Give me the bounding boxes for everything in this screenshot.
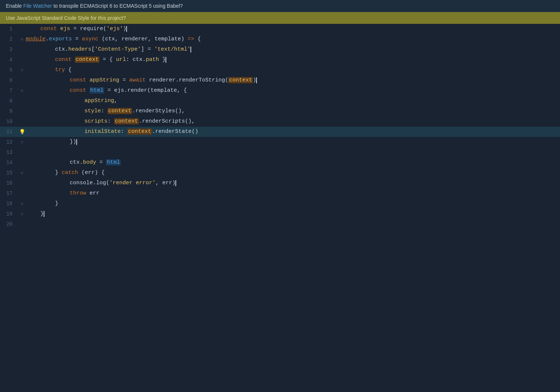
line-number-8: 8 bbox=[0, 98, 18, 104]
code-line-19: 19 ▽ } bbox=[0, 209, 560, 219]
line-number-2: 2 bbox=[0, 36, 18, 42]
code-line-1: 1 const ejs = require('ejs') bbox=[0, 24, 560, 34]
line-number-1: 1 bbox=[0, 26, 18, 32]
fold-gutter-7: ▽ bbox=[18, 88, 26, 93]
code-line-16: 16 console.log('render error', err) bbox=[0, 178, 560, 188]
line-content-11: initalState: context.renderState() bbox=[26, 127, 560, 137]
code-line-14: 14 ctx.body = html bbox=[0, 157, 560, 168]
code-line-3: 3 ctx.headers['Content-Type'] = 'text/ht… bbox=[0, 44, 560, 55]
code-line-20: 20 bbox=[0, 219, 560, 229]
notification-bar-1: Enable File Watcher to transpile ECMAScr… bbox=[0, 0, 560, 12]
code-line-9: 9 style: context.renderStyles(), bbox=[0, 106, 560, 116]
line-content-18: } bbox=[26, 199, 560, 209]
code-line-18: 18 ▽ } bbox=[0, 199, 560, 209]
line-content-20 bbox=[26, 224, 560, 225]
line-number-6: 6 bbox=[0, 77, 18, 83]
code-line-5: 5 ▽ try { bbox=[0, 65, 560, 75]
fold-gutter-18: ▽ bbox=[18, 202, 26, 206]
line-content-9: style: context.renderStyles(), bbox=[26, 106, 560, 116]
fold-gutter-5: ▽ bbox=[18, 68, 26, 73]
line-number-20: 20 bbox=[0, 221, 18, 227]
line-number-7: 7 bbox=[0, 88, 18, 94]
suggestion-text: Use JavaScript Standard Code Style for t… bbox=[6, 15, 126, 21]
code-line-13: 13 bbox=[0, 147, 560, 157]
line-content-2: module.exports = async (ctx, renderer, t… bbox=[26, 34, 560, 44]
fold-gutter-15: ▽ bbox=[18, 171, 26, 175]
code-line-4: 4 const context = { url: ctx.path } bbox=[0, 55, 560, 65]
line-content-3: ctx.headers['Content-Type'] = 'text/html… bbox=[26, 44, 560, 55]
line-content-19: } bbox=[26, 209, 560, 219]
line-number-19: 19 bbox=[0, 211, 18, 217]
line-number-16: 16 bbox=[0, 180, 18, 186]
code-line-12: 12 ▽ }) bbox=[0, 137, 560, 147]
line-content-12: }) bbox=[26, 137, 560, 147]
code-line-2: 2 ▽ module.exports = async (ctx, rendere… bbox=[0, 34, 560, 44]
line-content-16: console.log('render error', err) bbox=[26, 178, 560, 188]
line-number-5: 5 bbox=[0, 67, 18, 73]
line-content-10: scripts: context.renderScripts(), bbox=[26, 116, 560, 127]
code-line-10: 10 scripts: context.renderScripts(), bbox=[0, 116, 560, 127]
file-watcher-link[interactable]: File Watcher bbox=[23, 3, 52, 9]
line-number-14: 14 bbox=[0, 160, 18, 166]
line-number-17: 17 bbox=[0, 190, 18, 196]
line-content-13 bbox=[26, 152, 560, 153]
line-number-3: 3 bbox=[0, 47, 18, 52]
suggestion-bar: Use JavaScript Standard Code Style for t… bbox=[0, 12, 560, 24]
line-content-7: const html = ejs.render(template, { bbox=[26, 86, 560, 96]
line-number-13: 13 bbox=[0, 149, 18, 155]
line-content-6: const appString = await renderer.renderT… bbox=[26, 75, 560, 86]
fold-gutter-11: 💡 bbox=[18, 128, 26, 135]
line-number-15: 15 bbox=[0, 170, 18, 176]
fold-gutter-19: ▽ bbox=[18, 212, 26, 217]
line-number-11: 11 bbox=[0, 129, 18, 135]
line-content-15: } catch (err) { bbox=[26, 168, 560, 178]
line-number-4: 4 bbox=[0, 57, 18, 63]
line-content-8: appString, bbox=[26, 96, 560, 106]
line-number-18: 18 bbox=[0, 201, 18, 207]
notification-text-suffix: to transpile ECMAScript 6 to ECMAScript … bbox=[54, 3, 183, 9]
line-content-4: const context = { url: ctx.path } bbox=[26, 55, 560, 65]
code-line-11: 11 💡 initalState: context.renderState() bbox=[0, 127, 560, 137]
fold-gutter-12: ▽ bbox=[18, 140, 26, 145]
code-line-6: 6 const appString = await renderer.rende… bbox=[0, 75, 560, 86]
line-content-1: const ejs = require('ejs') bbox=[26, 24, 560, 34]
code-editor[interactable]: 1 const ejs = require('ejs') 2 ▽ module.… bbox=[0, 24, 560, 229]
line-content-5: try { bbox=[26, 65, 560, 75]
code-line-7: 7 ▽ const html = ejs.render(template, { bbox=[0, 86, 560, 96]
line-number-10: 10 bbox=[0, 119, 18, 124]
line-number-9: 9 bbox=[0, 108, 18, 114]
fold-gutter-2: ▽ bbox=[18, 37, 26, 42]
lightbulb-icon[interactable]: 💡 bbox=[18, 128, 26, 135]
code-line-8: 8 appString, bbox=[0, 96, 560, 106]
code-line-15: 15 ▽ } catch (err) { bbox=[0, 168, 560, 178]
line-content-14: ctx.body = html bbox=[26, 157, 560, 168]
code-line-17: 17 throw err bbox=[0, 188, 560, 199]
notification-text-prefix: Enable bbox=[6, 3, 22, 9]
line-number-12: 12 bbox=[0, 139, 18, 145]
line-content-17: throw err bbox=[26, 188, 560, 199]
